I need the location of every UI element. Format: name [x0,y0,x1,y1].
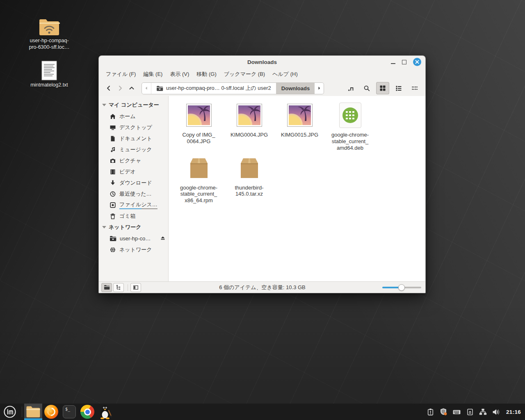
mint-logo-icon [3,405,16,418]
close-button[interactable] [413,58,421,66]
back-icon [105,85,112,91]
titlebar[interactable]: Downloads [99,56,425,68]
sidebar-item-recent[interactable]: 最近使った… [99,188,168,199]
tray-keyboard-icon[interactable] [452,406,462,417]
file-item-copy-of-img-0064[interactable]: Copy of IMG_ 0064.JPG [173,101,224,151]
breadcrumb-current-label: Downloads [281,85,310,91]
tray-network-icon[interactable] [478,406,488,417]
taskbar-terminal-button[interactable]: $_ [60,404,78,420]
sidebar-item-trash[interactable]: ゴミ箱 [99,210,168,221]
sidebar-item-desktop[interactable]: デスクトップ [99,122,168,133]
camera-icon [110,158,116,164]
search-icon [363,85,370,92]
icon-view-button[interactable] [376,82,389,94]
sidebar-section-computer[interactable]: マイ コンピューター [99,99,168,111]
file-label: KIMG0004.JPG [231,132,268,138]
panel-clock[interactable]: 21:16 [504,409,521,415]
breadcrumb-parent[interactable]: user-hp-compaq-pro… 0-sff.local 上の user2 [151,83,276,94]
menu-file[interactable]: ファイル (F) [103,69,139,80]
sidebar-item-downloads[interactable]: ダウンロード [99,177,168,188]
file-item-chrome-rpm[interactable]: google-chrome- stable_current_ x86_64.rp… [173,154,224,204]
sidebar-item-network-browse[interactable]: ネットワーク [99,244,168,255]
breadcrumb-parent-label: user-hp-compaq-pro… 0-sff.local 上の user2 [166,84,271,92]
breadcrumb-current[interactable]: Downloads [276,83,315,94]
sidebar-item-network-share[interactable]: user-hp-co… [99,233,168,244]
expander-icon [102,104,106,106]
sidebar-item-label: ピクチャ [119,157,141,164]
file-label: google-chrome- stable_current_ x86_64.rp… [180,185,217,204]
photo-thumbnail-icon [186,104,212,127]
sidebar-item-filesystem[interactable]: ファイルシス… [99,199,168,210]
forward-icon [117,85,123,91]
sidebar-item-label: 最近使った… [119,190,152,198]
search-button[interactable] [360,82,373,94]
toggle-location-entry-button[interactable] [344,82,357,94]
path-scroll-left-button[interactable] [142,83,151,94]
taskbar-tuxpaint-button[interactable] [96,404,114,420]
file-label: thunderbird- 145.0.tar.xz [235,185,263,198]
firefox-icon [44,405,58,419]
grid-view-icon [379,85,386,91]
hide-sidebar-button[interactable] [130,283,141,292]
taskbar-firefox-button[interactable] [42,404,60,420]
sidebar-item-label: ミュージック [119,146,152,153]
sidebar-item-label: ダウンロード [119,179,152,187]
zoom-slider-knob[interactable] [398,284,405,291]
bottom-panel: $_ [0,404,525,420]
tray-report-icon[interactable] [426,406,436,417]
up-icon [128,85,135,91]
menu-view[interactable]: 表示 (V) [167,69,192,80]
tray-removable-media-icon[interactable] [465,406,475,417]
sidebar-item-pictures[interactable]: ピクチャ [99,155,168,166]
zoom-slider[interactable] [382,284,421,291]
desktop-icon-label: mintmatelog2.txt [30,82,68,89]
sidebar-item-label: ホーム [119,113,136,120]
file-item-thunderbird-tar[interactable]: thunderbird- 145.0.tar.xz [224,154,274,204]
mint-menu-button[interactable] [0,404,20,420]
photo-thumbnail-icon [237,104,262,127]
compact-view-button[interactable] [408,82,421,94]
menu-edit[interactable]: 編集 (E) [140,69,165,80]
up-button[interactable] [126,82,137,94]
tux-penguin-icon [98,404,112,419]
maximize-button[interactable] [402,60,406,64]
file-view[interactable]: Copy of IMG_ 0064.JPG KIMG0004.JPG [169,96,425,281]
side-pane-icon [133,285,139,290]
sidebar-item-home[interactable]: ホーム [99,111,168,122]
menu-go[interactable]: 移動 (G) [194,69,219,80]
taskbar-chrome-button[interactable] [78,404,96,420]
sidebar-item-documents[interactable]: ドキュメント [99,133,168,144]
sidebar-item-label: ゴミ箱 [119,212,136,220]
desktop-icon-text-file[interactable]: mintmatelog2.txt [25,61,73,89]
sidebar-item-music[interactable]: ミュージック [99,144,168,155]
forward-button[interactable] [114,82,126,94]
deb-package-icon [339,103,361,128]
statusbar: 6 個のアイテム、空き容量: 10.3 GB [99,281,425,293]
menu-bookmarks[interactable]: ブックマーク (B) [221,69,268,80]
tree-sidebar-toggle-button[interactable] [113,283,124,292]
archive-box-icon [237,157,261,180]
tray-update-shield-icon[interactable] [439,406,449,417]
disk-icon [110,202,116,208]
file-item-kimg0004[interactable]: KIMG0004.JPG [224,101,274,151]
menu-help[interactable]: ヘルプ (H) [269,69,301,80]
sidebar-item-videos[interactable]: ビデオ [99,166,168,177]
desktop-icon [110,124,116,131]
archive-box-icon [187,157,211,180]
tray-volume-icon[interactable] [491,406,501,417]
eject-button[interactable] [160,235,166,242]
terminal-icon: $_ [63,405,76,418]
back-button[interactable] [103,82,114,94]
file-item-kimg0015[interactable]: KIMG0015.JPG [274,101,325,151]
document-icon [110,135,116,142]
sidebar-section-network[interactable]: ネットワーク [99,221,168,233]
list-view-button[interactable] [392,82,405,94]
minimize-button[interactable] [391,63,395,64]
taskbar-file-manager-button[interactable] [24,404,42,420]
places-sidebar-toggle-button[interactable] [101,283,112,292]
desktop-icon-network-share[interactable]: user-hp-compaq- pro-6300-sff.loc… [25,18,73,50]
text-file-icon [41,61,57,80]
file-item-chrome-deb[interactable]: google-chrome- stable_current_ amd64.deb [325,101,375,151]
window-title: Downloads [99,59,425,65]
path-scroll-right-button[interactable] [315,83,324,94]
